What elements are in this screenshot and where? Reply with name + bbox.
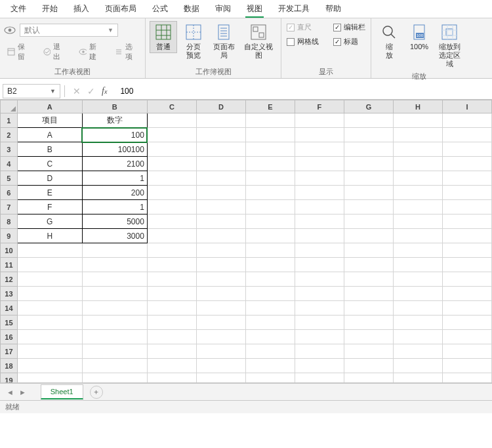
cell[interactable] [196, 258, 245, 272]
cell[interactable] [245, 171, 295, 186]
cell[interactable] [82, 272, 147, 287]
cell[interactable] [147, 113, 196, 128]
menu-item-9[interactable]: 帮助 [318, 1, 349, 17]
tab-nav-prev[interactable]: ◄ [7, 388, 14, 396]
cell[interactable] [344, 229, 393, 243]
page-break-view-button[interactable]: 分页 预览 [180, 21, 207, 62]
cell[interactable] [196, 316, 245, 330]
cell[interactable] [344, 157, 393, 171]
cell[interactable] [393, 359, 442, 373]
cell[interactable] [295, 229, 344, 243]
cell[interactable] [196, 229, 245, 243]
menu-item-3[interactable]: 页面布局 [97, 1, 144, 17]
cell[interactable] [147, 316, 196, 330]
cell[interactable] [393, 301, 442, 316]
row-header[interactable]: 8 [1, 214, 18, 229]
cell[interactable] [245, 258, 295, 272]
cell[interactable] [344, 142, 393, 157]
cell[interactable] [82, 301, 147, 316]
cell[interactable] [295, 359, 344, 373]
cell[interactable]: 5000 [82, 214, 147, 229]
cell[interactable] [147, 373, 196, 384]
row-header[interactable]: 17 [1, 344, 18, 359]
cell[interactable] [393, 157, 442, 171]
cell[interactable] [196, 157, 245, 171]
confirm-icon[interactable]: ✓ [87, 86, 95, 96]
row-header[interactable]: 2 [1, 128, 18, 142]
row-header[interactable]: 10 [1, 243, 18, 258]
cell[interactable] [147, 171, 196, 186]
cell[interactable]: 100100 [82, 142, 147, 157]
cell[interactable] [393, 344, 442, 359]
cell[interactable] [245, 113, 295, 128]
cell[interactable] [245, 373, 295, 384]
cell[interactable] [344, 186, 393, 200]
cell[interactable] [295, 171, 344, 186]
cell[interactable] [344, 287, 393, 301]
cell[interactable] [393, 243, 442, 258]
cell[interactable] [17, 258, 82, 272]
cell[interactable] [147, 359, 196, 373]
cell[interactable] [17, 373, 82, 384]
cell[interactable] [147, 229, 196, 243]
cell[interactable] [196, 200, 245, 214]
cell[interactable] [344, 200, 393, 214]
cell[interactable] [147, 301, 196, 316]
cell[interactable] [442, 229, 491, 243]
cell[interactable] [147, 344, 196, 359]
cell[interactable] [295, 243, 344, 258]
cell[interactable] [393, 373, 442, 384]
cell[interactable]: 1 [82, 171, 147, 186]
row-header[interactable]: 12 [1, 272, 18, 287]
cell[interactable] [295, 301, 344, 316]
row-header[interactable]: 9 [1, 229, 18, 243]
col-header[interactable]: B [82, 100, 147, 113]
cell[interactable] [393, 229, 442, 243]
cell[interactable] [442, 359, 491, 373]
sheet-tab-active[interactable]: Sheet1 [41, 384, 83, 399]
cell[interactable] [82, 316, 147, 330]
cell[interactable] [245, 214, 295, 229]
cell[interactable] [245, 186, 295, 200]
cell[interactable] [245, 142, 295, 157]
cell[interactable] [196, 301, 245, 316]
select-all-cell[interactable] [1, 100, 18, 113]
row-header[interactable]: 14 [1, 301, 18, 316]
tab-nav-next[interactable]: ► [19, 388, 26, 396]
cell[interactable] [442, 214, 491, 229]
cell[interactable] [82, 344, 147, 359]
cell[interactable] [295, 373, 344, 384]
row-header[interactable]: 15 [1, 316, 18, 330]
sheet-view-select[interactable]: 默认 ▼ [20, 24, 118, 37]
col-header[interactable]: C [147, 100, 196, 113]
cell[interactable] [147, 330, 196, 344]
cell[interactable] [245, 272, 295, 287]
cell[interactable] [442, 344, 491, 359]
cell[interactable] [344, 344, 393, 359]
col-header[interactable]: G [344, 100, 393, 113]
zoom-button[interactable]: 缩 放 [375, 21, 403, 62]
cell[interactable] [147, 200, 196, 214]
cell[interactable] [393, 214, 442, 229]
formula-bar-checkbox[interactable]: ✓编辑栏 [332, 21, 367, 33]
cell[interactable] [393, 113, 442, 128]
cell[interactable] [196, 359, 245, 373]
cell[interactable] [17, 316, 82, 330]
normal-view-button[interactable]: 普通 [150, 21, 177, 53]
cell[interactable] [393, 272, 442, 287]
cell[interactable] [82, 287, 147, 301]
cell[interactable] [245, 301, 295, 316]
row-header[interactable]: 1 [1, 113, 18, 128]
cell[interactable] [147, 272, 196, 287]
cell[interactable] [295, 330, 344, 344]
cell[interactable] [442, 373, 491, 384]
cell[interactable] [245, 157, 295, 171]
col-header[interactable]: F [295, 100, 344, 113]
spreadsheet-grid[interactable]: ABCDEFGHI1项目数字2A1003B1001004C21005D16E20… [0, 100, 492, 383]
cell[interactable] [196, 214, 245, 229]
row-header[interactable]: 7 [1, 200, 18, 214]
cell[interactable] [295, 113, 344, 128]
cell[interactable] [245, 287, 295, 301]
cell[interactable] [442, 330, 491, 344]
cell[interactable] [196, 243, 245, 258]
